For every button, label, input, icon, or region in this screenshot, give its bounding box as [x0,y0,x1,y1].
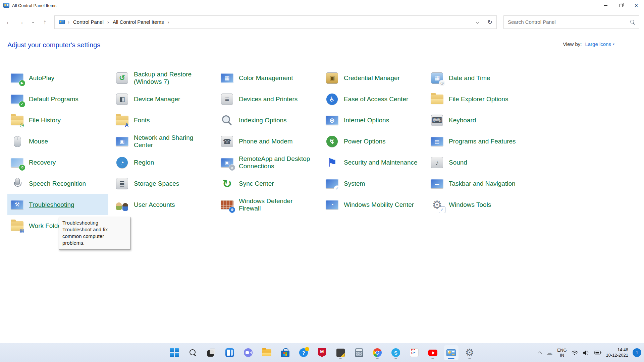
taskbar-youtube-icon[interactable] [425,345,440,360]
cpl-item-indexing-options[interactable]: Indexing Options [217,110,318,131]
cpl-item-sync-center[interactable]: ↻Sync Center [217,173,318,194]
search-box[interactable] [503,15,639,29]
breadcrumb-item[interactable]: Control Panel [72,18,104,25]
cpl-item-power-options[interactable]: ↯Power Options [322,131,423,152]
cpl-item-fonts[interactable]: AFonts [112,110,213,131]
cpl-item-internet-options[interactable]: ⊕Internet Options [322,110,423,131]
cpl-item-keyboard[interactable]: ⌨Keyboard [427,110,528,131]
cpl-item-windows-defender-firewall[interactable]: ⊕Windows Defender Firewall [217,194,318,215]
address-dropdown-icon[interactable] [476,20,479,24]
cpl-item-mouse[interactable]: Mouse [7,131,108,152]
volume-icon[interactable] [583,350,589,356]
onedrive-icon[interactable]: ☁ [546,349,553,356]
cpl-item-programs-and-features[interactable]: ▤Programs and Features [427,131,528,152]
cpl-item-color-management[interactable]: ▦Color Management [217,67,318,88]
item-label: File Explorer Options [449,96,508,103]
recent-pages-dropdown[interactable] [27,16,39,28]
address-bar[interactable]: › Control Panel›All Control Panel Items›… [54,15,497,29]
cpl-item-ease-of-access-center[interactable]: ♿Ease of Access Center [322,88,423,110]
cpl-item-autoplay[interactable]: ▶AutoPlay [7,67,108,88]
phone-and-modem-icon: ☎ [220,134,234,148]
cpl-item-remoteapp-and-desktop-connections[interactable]: ▣»RemoteApp and Desktop Connections [217,152,318,173]
caret-down-icon: ▾ [613,42,614,46]
taskbar-calculator-icon[interactable] [352,345,366,360]
cpl-item-storage-spaces[interactable]: ≣Storage Spaces [112,173,213,194]
work-folders-icon: ▦ [10,219,24,233]
close-button[interactable]: × [629,0,644,11]
cpl-item-network-and-sharing-center[interactable]: ▣Network and Sharing Center [112,131,213,152]
programs-and-features-icon: ▤ [430,134,444,148]
taskbar-skype-icon[interactable]: S [388,345,403,360]
language-line2: IN [557,353,567,358]
cpl-item-recovery[interactable]: ↺Recovery [7,152,108,173]
taskbar-search-icon[interactable] [185,345,200,360]
icon-badge: ▦ [18,227,25,234]
taskbar-chat-icon[interactable] [241,345,256,360]
icon-badge: ◷ [439,80,445,86]
network-and-sharing-center-icon: ▣ [115,134,129,148]
taskbar-settings-icon[interactable]: ⚙ [462,345,477,360]
icon-badge: ↺ [19,165,25,171]
search-icon[interactable] [630,19,635,24]
color-management-icon: ▦ [220,71,234,85]
ease-of-access-center-icon: ♿ [325,92,339,106]
cpl-item-phone-and-modem[interactable]: ☎Phone and Modem [217,131,318,152]
item-label: Phone and Modem [239,138,293,145]
clock[interactable]: 14:48 10-12-2021 [606,347,629,358]
taskbar-widgets-icon[interactable] [222,345,237,360]
item-label: Internet Options [344,117,389,124]
item-label: Default Programs [29,96,78,103]
user-accounts-icon [115,198,129,212]
icon-badge: ✓ [19,101,25,107]
cpl-item-region[interactable]: ◔Region [112,152,213,173]
cpl-item-windows-tools[interactable]: ⚙✓Windows Tools [427,194,528,215]
forward-button[interactable]: → [15,16,27,28]
taskbar-get-help-icon[interactable]: ? [296,345,311,360]
minimize-button[interactable] [598,0,613,11]
search-input[interactable] [508,19,630,25]
cpl-item-troubleshooting[interactable]: ⚒Troubleshooting [7,194,108,215]
window-title: All Control Panel Items [12,3,56,8]
cpl-item-device-manager[interactable]: ◧Device Manager [112,88,213,110]
item-label: Indexing Options [239,117,287,124]
breadcrumb-separator: › [167,19,169,25]
taskbar-mcafee-icon[interactable]: M [315,345,329,360]
taskbar-microsoft-store-icon[interactable] [278,345,292,360]
taskbar-task-view-icon[interactable] [204,345,219,360]
up-button[interactable]: ↑ [39,16,51,28]
cpl-item-default-programs[interactable]: ✓Default Programs [7,88,108,110]
cpl-item-user-accounts[interactable]: User Accounts [112,194,213,215]
close-icon: × [635,3,638,8]
taskbar-file-explorer-icon[interactable] [259,345,274,360]
breadcrumb-item[interactable]: All Control Panel Items [112,18,165,25]
notification-badge[interactable]: 1 [633,348,641,357]
restore-button[interactable] [613,0,629,11]
cpl-item-windows-mobility-center[interactable]: ◔Windows Mobility Center [322,194,423,215]
back-button[interactable]: ← [3,16,15,28]
file-history-icon: ◷ [10,113,24,127]
cpl-item-system[interactable]: ✓System [322,173,423,194]
cpl-item-taskbar-and-navigation[interactable]: ▬Taskbar and Navigation [427,173,528,194]
view-by-dropdown[interactable]: Large icons ▾ [585,41,614,47]
cpl-item-security-and-maintenance[interactable]: ⚑Security and Maintenance [322,152,423,173]
cpl-item-credential-manager[interactable]: ▣Credential Manager [322,67,423,88]
tray-overflow-chevron-icon[interactable] [538,351,542,356]
refresh-icon[interactable]: ↻ [487,18,492,26]
language-indicator[interactable]: ENG IN [557,348,567,358]
page-title: Adjust your computer's settings [7,41,100,49]
cpl-item-backup-and-restore-windows-7[interactable]: ↺Backup and Restore (Windows 7) [112,67,213,88]
taskbar-chrome-icon[interactable] [370,345,385,360]
cpl-item-file-explorer-options[interactable]: File Explorer Options [427,88,528,110]
cpl-item-sound[interactable]: ♪Sound [427,152,528,173]
cpl-item-file-history[interactable]: ◷File History [7,110,108,131]
wifi-icon[interactable] [571,350,578,356]
cpl-item-date-and-time[interactable]: ▦◷Date and Time [427,67,528,88]
taskbar-sticky-notes-icon[interactable] [333,345,348,360]
taskbar-start-icon[interactable] [167,345,182,360]
language-line1: ENG [557,348,567,353]
taskbar-snipping-tool-icon[interactable]: ✂ [407,345,422,360]
cpl-item-speech-recognition[interactable]: Speech Recognition [7,173,108,194]
taskbar-control-panel-icon[interactable] [444,345,459,360]
battery-icon[interactable] [594,350,602,355]
cpl-item-devices-and-printers[interactable]: ≡Devices and Printers [217,88,318,110]
